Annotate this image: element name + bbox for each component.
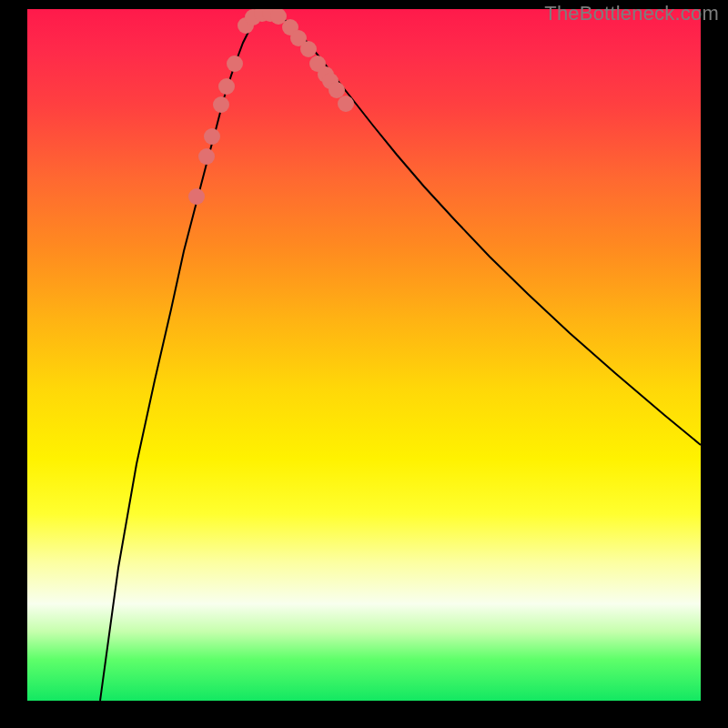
data-point bbox=[329, 82, 345, 98]
plot-area bbox=[27, 9, 701, 701]
bottleneck-curve bbox=[100, 13, 701, 701]
chart-frame: TheBottleneck.com bbox=[0, 0, 728, 728]
data-point bbox=[188, 188, 205, 205]
data-point bbox=[198, 148, 215, 165]
data-point bbox=[218, 78, 235, 95]
data-point bbox=[338, 96, 354, 112]
data-point bbox=[227, 56, 243, 72]
chart-svg bbox=[27, 9, 701, 701]
data-point bbox=[300, 41, 317, 57]
data-markers bbox=[188, 9, 354, 205]
data-point bbox=[213, 96, 229, 113]
watermark: TheBottleneck.com bbox=[544, 2, 719, 25]
data-point bbox=[204, 128, 220, 145]
